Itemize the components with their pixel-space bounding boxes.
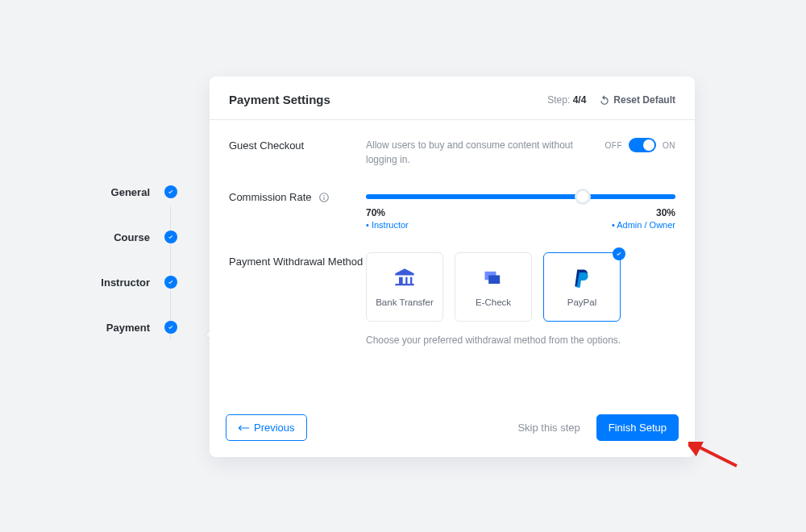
check-icon xyxy=(164,321,177,334)
withdrawal-label: Payment Withdrawal Method xyxy=(229,252,366,268)
wizard-step-general[interactable]: General xyxy=(0,185,185,198)
echeck-icon xyxy=(482,267,505,289)
slider-thumb[interactable] xyxy=(577,191,588,202)
method-label: PayPal xyxy=(567,297,596,307)
method-echeck[interactable]: E-Check xyxy=(455,252,532,322)
wizard-step-label: Course xyxy=(114,231,150,243)
wizard-step-instructor[interactable]: Instructor xyxy=(0,276,185,289)
wizard-step-payment[interactable]: Payment xyxy=(0,321,185,334)
guest-checkout-help: Allow users to buy and consume content w… xyxy=(366,138,605,167)
header-meta: Step: 4/4 Reset Default xyxy=(547,94,675,106)
reset-default-button[interactable]: Reset Default xyxy=(599,94,675,106)
wizard-steps: General Course Instructor Payment xyxy=(0,185,185,366)
withdrawal-help: Choose your preferred withdrawal method … xyxy=(366,333,675,347)
commission-rate-label: Commission Rate xyxy=(229,189,366,203)
commission-legend: 70% Instructor 30% Admin / Owner xyxy=(366,207,675,230)
card-footer: Previous Skip this step Finish Setup xyxy=(210,401,695,457)
row-guest-checkout: Guest Checkout Allow users to buy and co… xyxy=(229,138,675,167)
card-header: Payment Settings Step: 4/4 Reset Default xyxy=(210,77,695,120)
selected-check-icon xyxy=(613,247,625,260)
admin-percentage: 30% xyxy=(656,207,675,218)
instructor-percentage: 70% xyxy=(366,207,409,218)
toggle-off-label: OFF xyxy=(605,141,623,150)
row-commission-rate: Commission Rate 70% Instructor 30% Admin… xyxy=(229,189,675,230)
admin-role-label: Admin / Owner xyxy=(612,220,675,230)
guest-checkout-label: Guest Checkout xyxy=(229,138,366,152)
paypal-icon xyxy=(571,267,593,289)
check-icon xyxy=(164,185,177,198)
svg-line-0 xyxy=(695,445,737,466)
check-icon xyxy=(164,276,177,289)
wizard-step-label: Instructor xyxy=(101,276,150,289)
method-label: E-Check xyxy=(476,297,511,307)
page-title: Payment Settings xyxy=(229,93,330,106)
commission-slider[interactable] xyxy=(366,194,675,199)
wizard-step-label: General xyxy=(111,186,150,198)
instructor-role-label: Instructor xyxy=(366,220,409,230)
wizard-step-course[interactable]: Course xyxy=(0,231,185,243)
method-label: Bank Transfer xyxy=(376,297,434,307)
previous-button[interactable]: Previous xyxy=(226,414,307,441)
guest-checkout-toggle-wrap: OFF ON xyxy=(605,138,676,152)
toggle-on-label: ON xyxy=(663,141,675,150)
annotation-arrow-icon xyxy=(688,442,745,474)
guest-checkout-toggle[interactable] xyxy=(629,138,656,152)
wizard-step-label: Payment xyxy=(106,322,150,334)
skip-step-link[interactable]: Skip this step xyxy=(517,422,580,434)
check-icon xyxy=(164,231,177,243)
method-bank-transfer[interactable]: Bank Transfer xyxy=(366,252,443,322)
refresh-icon xyxy=(599,94,610,106)
bank-icon xyxy=(393,267,416,289)
row-withdrawal-method: Payment Withdrawal Method Bank Transfer … xyxy=(229,252,675,347)
finish-setup-button[interactable]: Finish Setup xyxy=(596,414,679,441)
withdrawal-methods: Bank Transfer E-Check xyxy=(366,252,675,322)
card-body: Guest Checkout Allow users to buy and co… xyxy=(210,120,695,401)
method-paypal[interactable]: PayPal xyxy=(543,252,621,322)
info-icon[interactable] xyxy=(318,192,330,203)
step-counter: Step: 4/4 xyxy=(547,94,586,106)
payment-settings-card: Payment Settings Step: 4/4 Reset Default… xyxy=(210,77,695,457)
arrow-left-icon xyxy=(238,423,249,433)
